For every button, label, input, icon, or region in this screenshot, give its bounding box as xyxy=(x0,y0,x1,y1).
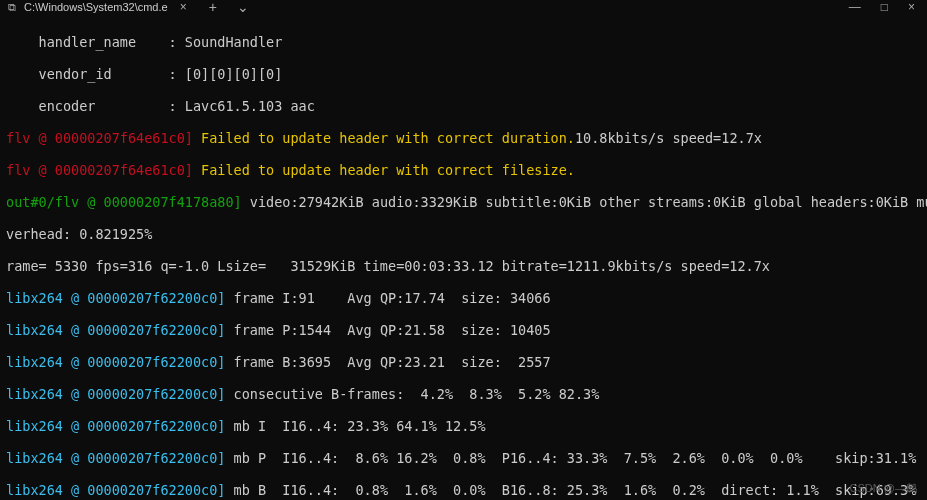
close-tab-icon[interactable]: × xyxy=(176,0,191,14)
close-window-button[interactable]: × xyxy=(908,0,915,14)
overhead: verhead: 0.821925% xyxy=(6,226,921,242)
x264-line: libx264 @ 00000207f62200c0] consecutive … xyxy=(6,386,921,402)
x264-line: libx264 @ 00000207f62200c0] mb B I16..4:… xyxy=(6,482,921,498)
x264-line: libx264 @ 00000207f62200c0] frame I:91 A… xyxy=(6,290,921,306)
flv-warning-2: flv @ 00000207f64e61c0] Failed to update… xyxy=(6,162,921,178)
minimize-button[interactable]: — xyxy=(849,0,861,14)
tab-dropdown-icon[interactable]: ⌄ xyxy=(227,0,259,15)
active-tab[interactable]: ⧉ C:\Windows\System32\cmd.e × xyxy=(0,0,199,14)
window-controls: — □ × xyxy=(849,0,927,14)
out-summary: out#0/flv @ 00000207f4178a80] video:2794… xyxy=(6,194,921,210)
meta-encoder: encoder : Lavc61.5.103 aac xyxy=(6,98,315,114)
titlebar: ⧉ C:\Windows\System32\cmd.e × + ⌄ — □ × xyxy=(0,0,927,14)
x264-line: libx264 @ 00000207f62200c0] frame B:3695… xyxy=(6,354,921,370)
cmd-icon: ⧉ xyxy=(8,1,16,14)
flv-warning-1: flv @ 00000207f64e61c0] Failed to update… xyxy=(6,130,921,146)
x264-line: libx264 @ 00000207f62200c0] mb P I16..4:… xyxy=(6,450,921,466)
frame-stats: rame= 5330 fps=316 q=-1.0 Lsize= 31529Ki… xyxy=(6,258,921,274)
terminal-output[interactable]: handler_name : SoundHandler vendor_id : … xyxy=(0,14,927,500)
x264-line: libx264 @ 00000207f62200c0] mb I I16..4:… xyxy=(6,418,921,434)
meta-handler: handler_name : SoundHandler xyxy=(6,34,282,50)
meta-vendor: vendor_id : [0][0][0][0] xyxy=(6,66,282,82)
new-tab-button[interactable]: + xyxy=(199,0,227,15)
maximize-button[interactable]: □ xyxy=(881,0,888,14)
x264-line: libx264 @ 00000207f62200c0] frame P:1544… xyxy=(6,322,921,338)
tab-title: C:\Windows\System32\cmd.e xyxy=(24,1,168,13)
watermark: CSDN @—鹧 xyxy=(850,481,917,496)
